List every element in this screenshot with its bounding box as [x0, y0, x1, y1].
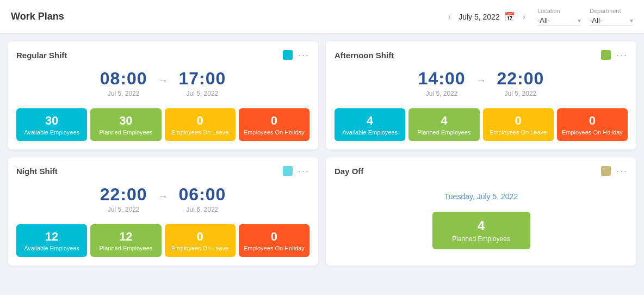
afternoon-shift-more-button[interactable]: ··· [616, 50, 628, 60]
regular-shift-card: Regular Shift ··· 08:00 Jul 5, 2022 → 17… [8, 41, 318, 150]
night-planned-box: 12 Planned Employees [90, 224, 161, 257]
afternoon-leave-label: Employees On Leave [487, 129, 549, 136]
department-select[interactable]: -All- [590, 15, 633, 26]
prev-date-button[interactable]: ‹ [445, 11, 454, 23]
night-shift-card: Night Shift ··· 22:00 Jul 5, 2022 → 06:0… [8, 157, 318, 266]
dayoff-color [601, 166, 611, 176]
regular-shift-title: Regular Shift [16, 51, 67, 60]
dayoff-planned-label: Planned Employees [449, 235, 514, 243]
afternoon-shift-header-right: ··· [601, 50, 628, 60]
regular-shift-stats: 30 Available Employees 30 Planned Employ… [16, 108, 309, 141]
next-date-button[interactable]: › [519, 11, 529, 23]
afternoon-shift-stats: 4 Available Employees 4 Planned Employee… [335, 108, 628, 141]
dayoff-more-button[interactable]: ··· [616, 166, 628, 176]
dayoff-date: Tuesday, July 5, 2022 [335, 192, 628, 201]
night-shift-end-date: Jul 6, 2022 [179, 206, 226, 213]
regular-holiday-number: 0 [243, 114, 305, 128]
header-controls: ‹ July 5, 2022 📅 › Location -All- ▾ Depa… [445, 8, 633, 26]
afternoon-available-box: 4 Available Employees [335, 108, 405, 141]
department-dropdown-wrapper: Department -All- ▾ [590, 8, 633, 26]
night-shift-end-time: 06:00 [179, 185, 226, 205]
dayoff-header: Day Off ··· [335, 166, 628, 176]
afternoon-shift-start: 14:00 Jul 5, 2022 [418, 69, 466, 97]
regular-shift-start: 08:00 Jul 5, 2022 [100, 69, 147, 97]
night-time-arrow-icon: → [158, 191, 168, 202]
regular-shift-time: 08:00 Jul 5, 2022 → 17:00 Jul 5, 2022 [16, 69, 309, 97]
night-available-number: 12 [21, 230, 83, 244]
afternoon-shift-start-time: 14:00 [418, 69, 466, 89]
night-available-label: Available Employees [21, 245, 83, 251]
afternoon-holiday-number: 0 [561, 114, 623, 128]
location-label: Location [537, 8, 581, 14]
night-shift-start-time: 22:00 [100, 185, 147, 205]
location-dropdown-container: -All- ▾ [537, 15, 581, 26]
night-shift-more-button[interactable]: ··· [298, 166, 309, 176]
dayoff-planned-box: 4 Planned Employees [432, 212, 530, 249]
night-shift-header: Night Shift ··· [16, 166, 309, 176]
regular-leave-number: 0 [169, 114, 231, 128]
regular-leave-label: Employees On Leave [169, 129, 231, 136]
regular-shift-end: 17:00 Jul 5, 2022 [179, 69, 226, 97]
afternoon-holiday-label: Employees On Holiday [561, 129, 623, 136]
regular-holiday-label: Employees On Holiday [243, 129, 305, 136]
afternoon-shift-time: 14:00 Jul 5, 2022 → 22:00 Jul 5, 2022 [335, 69, 628, 97]
regular-planned-label: Planned Employees [95, 129, 157, 136]
regular-planned-number: 30 [95, 114, 157, 128]
night-shift-time: 22:00 Jul 5, 2022 → 06:00 Jul 6, 2022 [16, 185, 309, 213]
regular-shift-start-date: Jul 5, 2022 [100, 90, 147, 97]
regular-shift-end-date: Jul 5, 2022 [179, 90, 226, 97]
regular-shift-header-right: ··· [283, 50, 309, 60]
night-available-box: 12 Available Employees [16, 224, 87, 257]
night-leave-number: 0 [169, 230, 231, 244]
afternoon-time-arrow-icon: → [476, 75, 486, 87]
night-shift-end: 06:00 Jul 6, 2022 [179, 185, 226, 213]
afternoon-planned-label: Planned Employees [413, 129, 475, 136]
afternoon-shift-title: Afternoon Shift [335, 51, 394, 60]
afternoon-shift-end-date: Jul 5, 2022 [497, 90, 544, 97]
dayoff-card: Day Off ··· Tuesday, July 5, 2022 4 Plan… [326, 157, 636, 266]
afternoon-available-number: 4 [339, 114, 401, 128]
regular-shift-more-button[interactable]: ··· [298, 50, 309, 60]
afternoon-available-label: Available Employees [339, 129, 401, 136]
night-holiday-number: 0 [243, 230, 305, 244]
night-holiday-box: 0 Employees On Holiday [239, 224, 309, 257]
main-grid: Regular Shift ··· 08:00 Jul 5, 2022 → 17… [0, 34, 644, 273]
time-arrow-icon: → [158, 75, 168, 87]
afternoon-shift-end: 22:00 Jul 5, 2022 [497, 69, 544, 97]
current-date: July 5, 2022 [459, 13, 500, 21]
regular-available-label: Available Employees [21, 129, 83, 136]
afternoon-leave-box: 0 Employees On Leave [483, 108, 554, 141]
night-planned-number: 12 [95, 230, 157, 244]
calendar-icon[interactable]: 📅 [504, 11, 515, 22]
regular-shift-color [283, 50, 293, 60]
location-dropdown-wrapper: Location -All- ▾ [537, 8, 581, 26]
night-leave-box: 0 Employees On Leave [165, 224, 236, 257]
night-shift-color [283, 166, 293, 176]
night-shift-start: 22:00 Jul 5, 2022 [100, 185, 147, 213]
night-planned-label: Planned Employees [95, 245, 157, 251]
dayoff-stats: 4 Planned Employees [335, 212, 628, 249]
afternoon-shift-start-date: Jul 5, 2022 [418, 90, 466, 97]
dayoff-planned-number: 4 [449, 218, 514, 233]
night-holiday-label: Employees On Holiday [243, 245, 305, 251]
afternoon-shift-header: Afternoon Shift ··· [335, 50, 628, 60]
afternoon-planned-number: 4 [413, 114, 475, 128]
regular-shift-header: Regular Shift ··· [16, 50, 309, 60]
app-header: Work Plans ‹ July 5, 2022 📅 › Location -… [0, 0, 644, 34]
regular-shift-start-time: 08:00 [100, 69, 147, 89]
afternoon-planned-box: 4 Planned Employees [408, 108, 479, 141]
date-navigator: ‹ July 5, 2022 📅 › [445, 11, 529, 23]
regular-holiday-box: 0 Employees On Holiday [239, 108, 309, 141]
department-dropdown-container: -All- ▾ [590, 15, 633, 26]
regular-shift-end-time: 17:00 [179, 69, 226, 89]
night-shift-title: Night Shift [16, 167, 58, 176]
afternoon-leave-number: 0 [487, 114, 549, 128]
location-select[interactable]: -All- [537, 15, 581, 26]
dayoff-title: Day Off [335, 167, 363, 176]
night-leave-label: Employees On Leave [169, 245, 231, 251]
regular-available-box: 30 Available Employees [16, 108, 87, 141]
night-shift-start-date: Jul 5, 2022 [100, 206, 147, 213]
department-label: Department [590, 8, 633, 14]
dayoff-header-right: ··· [601, 166, 628, 176]
night-shift-header-right: ··· [283, 166, 309, 176]
